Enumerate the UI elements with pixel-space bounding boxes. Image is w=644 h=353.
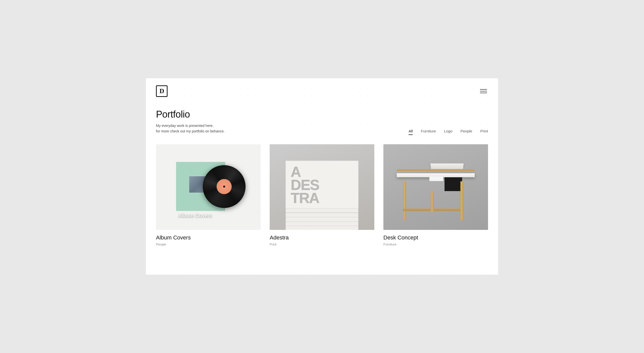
filter-all-button[interactable]: All (409, 128, 413, 134)
vinyl-hole (223, 186, 225, 188)
book-embossed-text: ADESTRA (286, 162, 324, 209)
adestra-artwork: ADESTRA (270, 144, 374, 230)
filter-navigation: All Furniture Logo People Print (409, 128, 488, 134)
filter-furniture-button[interactable]: Furniture (421, 128, 436, 134)
site-logo: D (156, 85, 169, 97)
portfolio-grid: Album Covers Album Covers People (156, 144, 488, 246)
hamburger-line-1 (480, 89, 487, 90)
portfolio-description: My everyday work is presented here, for … (156, 123, 225, 134)
desk-rail (397, 169, 475, 171)
item-title-desk-concept: Desk Concept (383, 234, 488, 241)
site-header: D (146, 78, 498, 104)
desk-crossbar-vertical (431, 191, 434, 211)
hamburger-menu-button[interactable] (479, 88, 488, 94)
book-layer-4 (286, 221, 358, 226)
portfolio-image-album-covers: Album Covers (156, 144, 261, 230)
vinyl-record (203, 165, 246, 208)
vinyl-label (217, 179, 232, 194)
portfolio-item-adestra[interactable]: ADESTRA Adestra Print (270, 144, 374, 246)
portfolio-image-desk-concept (383, 144, 488, 230)
book-layer-5 (286, 226, 358, 230)
filter-print-button[interactable]: Print (480, 128, 488, 134)
hamburger-line-2 (480, 91, 487, 91)
page-container: D Portfolio My everyday work is presente… (146, 78, 498, 275)
portfolio-item-album-covers[interactable]: Album Covers Album Covers People (156, 144, 261, 246)
item-title-adestra: Adestra (270, 234, 374, 241)
main-content: Portfolio My everyday work is presented … (146, 104, 498, 256)
filter-logo-button[interactable]: Logo (444, 128, 452, 134)
portfolio-item-desk-concept[interactable]: Desk Concept Furniture (383, 144, 488, 246)
portfolio-title-section: Portfolio My everyday work is presented … (156, 109, 225, 134)
item-category-adestra: Print (270, 242, 374, 246)
desk-drawer (445, 177, 462, 191)
desk-back-piece (430, 163, 464, 169)
desk-scene (395, 153, 476, 221)
book-cover-top: ADESTRA (286, 161, 358, 210)
portfolio-title: Portfolio (156, 109, 225, 120)
item-category-desk-concept: Furniture (383, 242, 488, 246)
hamburger-line-3 (480, 93, 487, 93)
album-artwork: Album Covers (156, 144, 261, 230)
item-title-album-covers: Album Covers (156, 234, 261, 241)
desk-artwork (383, 144, 488, 230)
portfolio-header: Portfolio My everyday work is presented … (156, 109, 488, 134)
desk-leg-right (460, 181, 463, 220)
album-bel-air-text: Album Covers (178, 213, 212, 219)
books-stack: ADESTRA (284, 159, 360, 230)
desk-white-piece (429, 176, 443, 181)
book-layer-1 (286, 208, 358, 213)
logo-letter: D (159, 87, 164, 95)
book-layer-3 (286, 217, 358, 222)
desk-leg-left (403, 181, 406, 220)
logo-icon: D (156, 85, 168, 97)
filter-people-button[interactable]: People (460, 128, 472, 134)
item-category-album-covers: People (156, 242, 261, 246)
portfolio-image-adestra: ADESTRA (270, 144, 374, 230)
book-layer-2 (286, 213, 358, 217)
